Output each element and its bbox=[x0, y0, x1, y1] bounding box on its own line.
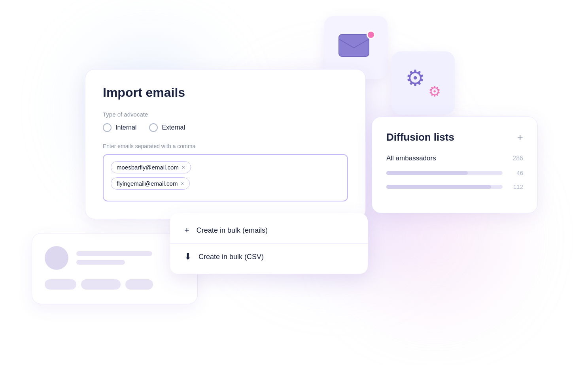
radio-internal[interactable]: Internal bbox=[103, 123, 136, 132]
diffusion-bar-1 bbox=[386, 171, 503, 175]
radio-group: Internal External bbox=[103, 123, 348, 132]
diffusion-add-button[interactable]: + bbox=[517, 132, 523, 143]
bulk-csv-label: Create in bulk (CSV) bbox=[199, 253, 264, 261]
email-tag-1: moesbarfly@email.com × bbox=[111, 161, 191, 173]
skeleton-tag-1 bbox=[45, 279, 76, 290]
diffusion-bar-fill-1 bbox=[386, 171, 468, 175]
bulk-item-emails[interactable]: + Create in bulk (emails) bbox=[170, 217, 368, 244]
card-gear-icon: ⚙ ⚙ bbox=[391, 51, 455, 115]
scene: ⚙ ⚙ Import emails Type of advocate Inter… bbox=[0, 0, 588, 365]
email-tag-2: flyingemail@email.com × bbox=[111, 177, 190, 190]
diffusion-row-ambassadors-count: 286 bbox=[512, 155, 523, 162]
bulk-emails-plus-icon: + bbox=[184, 225, 189, 235]
gear-small-icon: ⚙ bbox=[428, 85, 441, 99]
radio-internal-circle[interactable] bbox=[103, 123, 112, 132]
skeleton-line-2 bbox=[76, 260, 125, 265]
radio-external-label: External bbox=[162, 124, 185, 131]
profile-tags bbox=[45, 279, 185, 290]
email-icon-wrap bbox=[338, 34, 374, 61]
gear-group: ⚙ ⚙ bbox=[405, 67, 441, 99]
email-tags-box[interactable]: moesbarfly@email.com × flyingemail@email… bbox=[103, 154, 348, 201]
diffusion-bar-fill-2 bbox=[386, 185, 491, 189]
bulk-item-csv[interactable]: ⬇ Create in bulk (CSV) bbox=[170, 244, 368, 270]
diffusion-bar-count-1: 46 bbox=[509, 169, 523, 176]
diffusion-bar-row-1: 46 bbox=[386, 169, 523, 176]
card-import: Import emails Type of advocate Internal … bbox=[85, 69, 366, 219]
radio-internal-label: Internal bbox=[115, 124, 136, 131]
diffusion-row-ambassadors: All ambassadors 286 bbox=[386, 154, 523, 162]
email-input-label: Enter emails separated with a comma bbox=[103, 143, 348, 149]
email-tag-1-value: moesbarfly@email.com bbox=[117, 164, 179, 171]
envelope-icon bbox=[338, 34, 370, 57]
radio-external-circle[interactable] bbox=[149, 123, 158, 132]
gear-large-icon: ⚙ bbox=[405, 67, 425, 89]
diffusion-header: Diffusion lists + bbox=[386, 131, 523, 143]
email-tag-2-value: flyingemail@email.com bbox=[117, 180, 178, 187]
import-title: Import emails bbox=[103, 85, 348, 100]
bulk-emails-label: Create in bulk (emails) bbox=[197, 226, 268, 235]
profile-avatar bbox=[45, 246, 68, 270]
diffusion-bar-count-2: 112 bbox=[509, 183, 523, 190]
diffusion-title: Diffusion lists bbox=[386, 131, 454, 143]
email-tag-2-close[interactable]: × bbox=[181, 181, 184, 186]
card-bulk: + Create in bulk (emails) ⬇ Create in bu… bbox=[170, 213, 368, 274]
email-notification-dot bbox=[367, 30, 375, 39]
profile-top bbox=[45, 246, 185, 270]
skeleton-tag-2 bbox=[81, 279, 121, 290]
advocate-label: Type of advocate bbox=[103, 111, 348, 118]
bulk-csv-download-icon: ⬇ bbox=[184, 252, 191, 262]
diffusion-bar-row-2: 112 bbox=[386, 183, 523, 190]
radio-external[interactable]: External bbox=[149, 123, 185, 132]
card-diffusion: Diffusion lists + All ambassadors 286 46… bbox=[372, 117, 538, 213]
diffusion-bar-2 bbox=[386, 185, 503, 189]
profile-lines bbox=[76, 251, 185, 265]
diffusion-row-ambassadors-label: All ambassadors bbox=[386, 154, 436, 162]
skeleton-tag-3 bbox=[125, 279, 153, 290]
email-tag-1-close[interactable]: × bbox=[182, 164, 185, 170]
skeleton-line-1 bbox=[76, 251, 152, 256]
svg-rect-0 bbox=[339, 34, 369, 56]
